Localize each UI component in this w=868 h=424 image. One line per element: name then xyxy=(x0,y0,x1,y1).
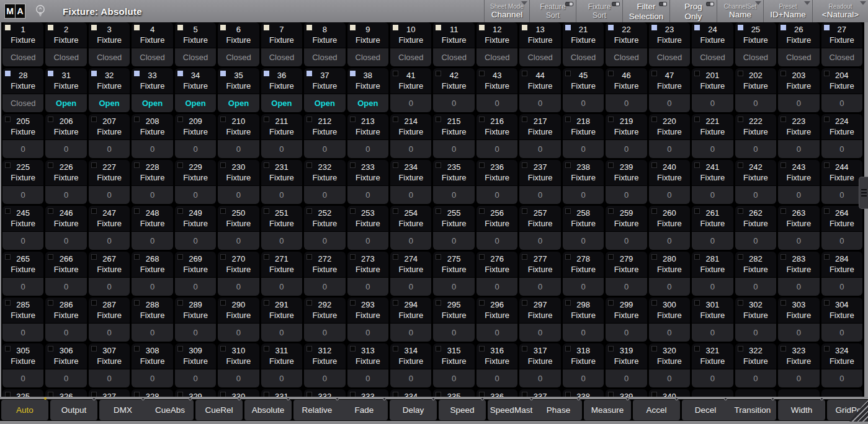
fixture-cell-232[interactable]: 232Fixture0 xyxy=(304,160,345,204)
fixture-select-checkbox[interactable] xyxy=(5,117,11,122)
fixture-select-checkbox[interactable] xyxy=(91,346,97,351)
fixture-value[interactable]: 0 xyxy=(821,324,862,342)
fixture-cell-332[interactable]: 332Fixture0 xyxy=(304,389,345,397)
fixture-cell-298[interactable]: 298Fixture0 xyxy=(563,298,604,342)
fixture-cell-45[interactable]: 45Fixture0 xyxy=(563,68,604,112)
fixture-cell-214[interactable]: 214Fixture0 xyxy=(390,114,431,158)
fixture-cell-244[interactable]: 244Fixture0 xyxy=(821,160,862,204)
fixture-cell-header[interactable]: 235Fixture xyxy=(433,160,474,185)
fixture-cell-header[interactable]: 310Fixture xyxy=(218,343,259,369)
fixture-cell-header[interactable]: 213Fixture xyxy=(347,114,388,139)
fixture-cell-10[interactable]: 10FixtureClosed xyxy=(390,22,431,66)
fixture-value[interactable]: 0 xyxy=(45,324,86,342)
fixture-cell-header[interactable]: 339Fixture xyxy=(606,389,647,397)
fixture-select-checkbox[interactable] xyxy=(608,208,614,214)
fixture-select-checkbox[interactable] xyxy=(522,392,527,397)
fixture-value[interactable]: Closed xyxy=(218,48,259,66)
fixture-value[interactable]: 0 xyxy=(821,140,862,158)
fixture-value[interactable]: 0 xyxy=(89,278,130,296)
fixture-cell-256[interactable]: 256Fixture0 xyxy=(477,206,517,250)
fixture-select-checkbox[interactable] xyxy=(306,254,312,260)
fixture-cell-header[interactable]: 261Fixture xyxy=(692,206,733,231)
fixture-cell-276[interactable]: 276Fixture0 xyxy=(477,252,517,296)
fixture-cell-header[interactable]: 273Fixture xyxy=(347,252,388,277)
fixture-value[interactable]: 0 xyxy=(692,232,733,250)
fixture-cell-header[interactable]: 290Fixture xyxy=(218,298,259,323)
fixture-value[interactable]: Open xyxy=(89,94,130,112)
fixture-select-checkbox[interactable] xyxy=(220,254,226,260)
fixture-cell-header[interactable]: 287Fixture xyxy=(89,298,130,323)
fixture-cell-header[interactable]: 210Fixture xyxy=(218,114,259,139)
fixture-select-checkbox[interactable] xyxy=(264,300,269,306)
fixture-cell-header[interactable]: 309Fixture xyxy=(175,343,216,369)
fixture-cell-header[interactable]: 260Fixture xyxy=(649,206,690,231)
fixture-select-checkbox[interactable] xyxy=(608,162,614,168)
fixture-cell-325[interactable]: 325Fixture0 xyxy=(2,389,43,397)
fixture-select-checkbox[interactable] xyxy=(350,346,356,351)
fixture-cell-1[interactable]: 1FixtureClosed xyxy=(2,22,43,66)
fixture-value[interactable]: 0 xyxy=(606,232,647,250)
fixture-cell-242[interactable]: 242Fixture0 xyxy=(735,160,776,204)
fixture-select-checkbox[interactable] xyxy=(781,25,786,30)
fixture-value[interactable]: Closed xyxy=(563,48,604,66)
fixture-cell-header[interactable]: 47Fixture xyxy=(649,68,690,94)
fixture-select-checkbox[interactable] xyxy=(350,254,356,260)
fixture-cell-34[interactable]: 34FixtureOpen xyxy=(175,68,216,112)
fixture-cell-311[interactable]: 311Fixture0 xyxy=(261,343,302,387)
fixture-value[interactable]: 0 xyxy=(477,278,517,296)
fixture-cell-208[interactable]: 208Fixture0 xyxy=(132,114,172,158)
fixture-cell-header[interactable]: 318Fixture xyxy=(563,343,604,369)
fixture-cell-header[interactable]: 296Fixture xyxy=(477,298,517,323)
fixture-cell-header[interactable]: 321Fixture xyxy=(692,343,733,369)
fixture-select-checkbox[interactable] xyxy=(694,71,700,76)
fixture-cell-header[interactable]: 216Fixture xyxy=(477,114,517,139)
fixture-select-checkbox[interactable] xyxy=(694,208,700,214)
fixture-value[interactable]: Closed xyxy=(433,48,474,66)
fixture-cell-320[interactable]: 320Fixture0 xyxy=(649,343,690,387)
fixture-cell-260[interactable]: 260Fixture0 xyxy=(649,206,690,250)
tab-output[interactable]: Output xyxy=(50,400,97,420)
fixture-select-checkbox[interactable] xyxy=(393,392,398,397)
fixture-select-checkbox[interactable] xyxy=(134,71,140,76)
fixture-value[interactable]: 0 xyxy=(304,278,345,296)
fixture-cell-37[interactable]: 37FixtureOpen xyxy=(304,68,345,112)
fixture-value[interactable]: 0 xyxy=(563,140,604,158)
tab-relative[interactable]: Relative xyxy=(293,400,341,420)
fixture-cell-header[interactable] xyxy=(692,389,733,397)
fixture-cell-header[interactable]: 231Fixture xyxy=(261,160,302,185)
fixture-value[interactable]: 0 xyxy=(649,94,690,112)
fixture-value[interactable]: 0 xyxy=(778,94,819,112)
fixture-cell-header[interactable]: 202Fixture xyxy=(735,68,776,94)
fixture-cell-271[interactable]: 271Fixture0 xyxy=(261,252,302,296)
fixture-value[interactable]: 0 xyxy=(563,94,604,112)
fixture-value[interactable]: 0 xyxy=(45,278,86,296)
fixture-value[interactable]: 0 xyxy=(735,278,776,296)
preset-button[interactable]: PresetID+Name xyxy=(763,0,812,22)
fixture-cell-header[interactable]: 264Fixture xyxy=(821,206,862,231)
fixture-cell-header[interactable]: 330Fixture xyxy=(218,389,259,397)
fixture-cell-340[interactable]: 340Fixture0 xyxy=(649,389,690,397)
fixture-cell-header[interactable]: 335Fixture xyxy=(433,389,474,397)
fixture-select-checkbox[interactable] xyxy=(565,346,571,351)
fixture-select-checkbox[interactable] xyxy=(565,254,571,260)
fixture-select-checkbox[interactable] xyxy=(91,208,97,214)
fixture-cell-header[interactable]: 277Fixture xyxy=(519,252,560,277)
fixture-cell-header[interactable]: 252Fixture xyxy=(304,206,345,231)
fixture-cell-header[interactable]: 340Fixture xyxy=(649,389,690,397)
fixture-cell-header[interactable]: 225Fixture xyxy=(2,160,43,185)
fixture-value[interactable]: 0 xyxy=(89,232,130,250)
fixture-value[interactable]: 0 xyxy=(89,369,130,387)
fixture-cell-header[interactable]: 31Fixture xyxy=(45,68,86,94)
fixture-value[interactable]: 0 xyxy=(519,94,560,112)
fixture-cell-header[interactable]: 325Fixture xyxy=(2,389,43,397)
fixture-cell-header[interactable]: 13Fixture xyxy=(519,22,560,48)
fixture-cell-header[interactable]: 221Fixture xyxy=(692,114,733,139)
fixture-cell-header[interactable]: 262Fixture xyxy=(735,206,776,231)
fixture-select-checkbox[interactable] xyxy=(91,162,97,168)
fixture-cell-header[interactable]: 201Fixture xyxy=(692,68,733,94)
fixture-cell-327[interactable]: 327Fixture0 xyxy=(89,389,130,397)
fixture-select-checkbox[interactable] xyxy=(264,162,269,168)
fixture-select-checkbox[interactable] xyxy=(824,117,830,122)
fixture-cell-22[interactable]: 22FixtureClosed xyxy=(606,22,647,66)
fixture-cell-header[interactable]: 266Fixture xyxy=(45,252,86,277)
